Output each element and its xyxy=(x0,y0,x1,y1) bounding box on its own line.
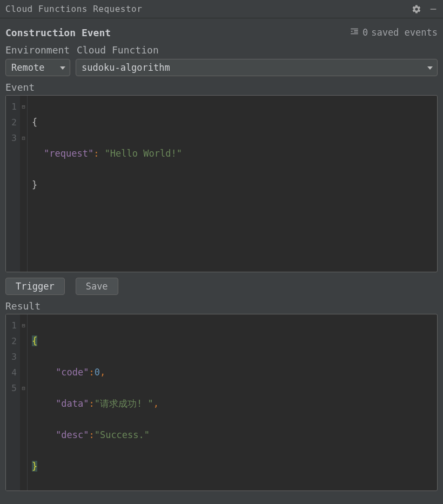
json-key: "request" xyxy=(44,148,93,159)
json-colon: : xyxy=(89,429,94,440)
fold-open-icon[interactable]: ⊟ xyxy=(20,318,27,333)
gear-icon[interactable] xyxy=(412,4,421,14)
section-header: Construction Event 0 saved events xyxy=(5,24,438,41)
line-number: 3 xyxy=(6,349,20,365)
fold-close-icon[interactable]: ⊟ xyxy=(20,130,27,146)
section-title: Construction Event xyxy=(5,27,111,38)
function-value: sudoku-algorithm xyxy=(82,62,170,73)
action-buttons: Trigger Save xyxy=(5,272,438,300)
save-button[interactable]: Save xyxy=(76,278,118,295)
minimize-icon[interactable] xyxy=(429,5,438,14)
saved-events[interactable]: 0 saved events xyxy=(350,26,438,38)
environment-select[interactable]: Remote xyxy=(5,59,70,76)
brace-close: } xyxy=(32,179,37,190)
json-key: "desc" xyxy=(56,429,89,440)
environment-label: Environment xyxy=(5,44,70,56)
svg-rect-0 xyxy=(431,9,437,9)
line-number: 4 xyxy=(6,365,20,380)
json-colon: : xyxy=(93,148,99,159)
event-label: Event xyxy=(5,82,438,93)
line-number: 3 xyxy=(6,130,20,146)
fold-close-icon[interactable]: ⊟ xyxy=(20,380,27,396)
titlebar-actions xyxy=(412,4,438,14)
line-number: 1 xyxy=(6,99,20,115)
brace-open: { xyxy=(32,117,37,127)
svg-marker-2 xyxy=(427,66,433,70)
fold-strip: ⊟ ⊟ xyxy=(20,96,28,272)
line-number: 2 xyxy=(6,333,20,349)
chevron-down-icon xyxy=(427,62,433,73)
saved-events-label: saved events xyxy=(371,27,438,38)
indent-icon xyxy=(350,26,359,38)
result-gutter: 1 2 3 4 5 xyxy=(6,314,20,490)
json-comma: , xyxy=(153,398,159,409)
saved-events-count: 0 xyxy=(363,27,368,38)
result-code[interactable]: { "code":0, "data":"请求成功! ", "desc":"Suc… xyxy=(28,314,437,490)
cloud-function-label: Cloud Function xyxy=(77,44,438,56)
app-title: Cloud Functions Requestor xyxy=(5,4,412,14)
line-number: 2 xyxy=(6,115,20,130)
titlebar: Cloud Functions Requestor xyxy=(0,0,443,18)
event-code[interactable]: { "request": "Hello World!" } xyxy=(28,96,437,272)
environment-value: Remote xyxy=(11,62,44,73)
field-labels: Environment Cloud Function xyxy=(5,44,438,56)
brace-close: } xyxy=(32,461,37,472)
json-number: 0 xyxy=(95,367,100,378)
json-colon: : xyxy=(89,398,94,409)
result-editor[interactable]: 1 2 3 4 5 ⊟ ⊟ { "code":0, "data":"请求成功! … xyxy=(5,314,438,491)
line-number: 5 xyxy=(6,380,20,396)
json-string: "Hello World!" xyxy=(105,148,182,159)
chevron-down-icon xyxy=(60,62,65,73)
json-key: "data" xyxy=(56,398,89,409)
event-editor[interactable]: 1 2 3 ⊟ ⊟ { "request": "Hello World!" } xyxy=(5,95,438,272)
fold-open-icon[interactable]: ⊟ xyxy=(20,99,27,115)
json-colon: : xyxy=(89,367,94,378)
json-string: "Success." xyxy=(95,429,150,440)
json-comma: , xyxy=(100,367,105,378)
function-select[interactable]: sudoku-algorithm xyxy=(76,59,438,76)
json-key: "code" xyxy=(56,367,89,378)
main-panel: Construction Event 0 saved events Enviro… xyxy=(0,18,443,491)
event-gutter: 1 2 3 xyxy=(6,96,20,272)
line-number: 1 xyxy=(6,318,20,333)
svg-marker-1 xyxy=(60,66,65,70)
selectors-row: Remote sudoku-algorithm xyxy=(5,59,438,76)
brace-open: { xyxy=(32,335,37,346)
fold-strip: ⊟ ⊟ xyxy=(20,314,28,490)
json-string: "请求成功! " xyxy=(95,398,153,409)
result-label: Result xyxy=(5,300,438,312)
trigger-button[interactable]: Trigger xyxy=(5,278,65,295)
